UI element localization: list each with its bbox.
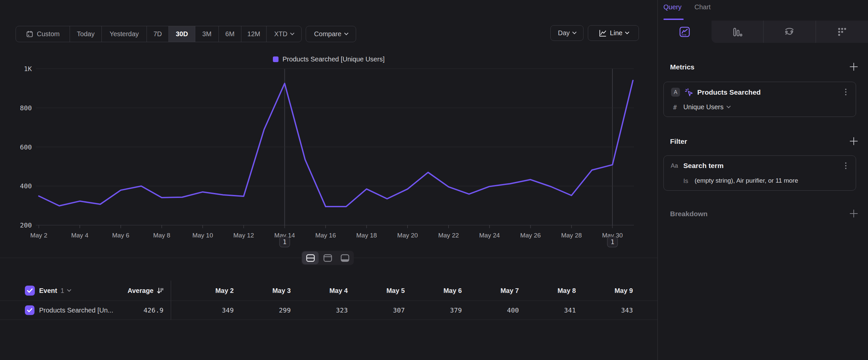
range-today[interactable]: Today [70, 26, 102, 42]
series-line[interactable] [39, 80, 633, 206]
layout-table-only-button[interactable] [337, 251, 353, 265]
range-label: 30D [176, 30, 188, 38]
active-tab-underline [663, 19, 684, 20]
chart-type-insights-tab[interactable] [658, 21, 711, 43]
chart-type-button[interactable]: Line [588, 25, 639, 41]
query-builder-panel: Query Chart [658, 0, 868, 360]
tab-chart[interactable]: Chart [694, 3, 711, 11]
metric-card[interactable]: A Products Searched # Unique Users [663, 82, 856, 117]
add-filter-button[interactable] [849, 137, 858, 147]
tab-query[interactable]: Query [663, 3, 681, 11]
range-custom[interactable]: Custom [16, 26, 70, 42]
metrics-heading: Metrics [670, 63, 694, 71]
chevron-down-icon[interactable] [67, 287, 71, 292]
range-3m[interactable]: 3M [195, 26, 219, 42]
date-column-header[interactable]: May 3 [235, 287, 291, 295]
date-column-header[interactable]: May 9 [577, 287, 633, 295]
granularity-button[interactable]: Day [550, 25, 584, 41]
compare-label: Compare [314, 30, 341, 38]
x-axis-tick-label: May 16 [315, 232, 336, 239]
chart-type-tabs [658, 21, 868, 43]
layout-toggle-group [301, 251, 354, 265]
aggregation-symbol: # [673, 104, 677, 111]
value-cell: 341 [520, 306, 576, 314]
x-axis-tick-label: May 12 [234, 232, 254, 239]
range-30d[interactable]: 30D [169, 26, 195, 42]
annotation-badge[interactable]: 1 [279, 237, 290, 247]
range-6m[interactable]: 6M [219, 26, 241, 42]
event-column-label: Event [39, 287, 57, 295]
range-label: Yesterday [110, 30, 138, 38]
range-yesterday[interactable]: Yesterday [102, 26, 147, 42]
legend-label: Products Searched [Unique Users] [282, 55, 384, 63]
column-separator [171, 281, 171, 320]
metric-options-kebab-icon[interactable] [845, 89, 846, 95]
y-axis-tick-label: 400 [20, 182, 32, 190]
filter-value[interactable]: (empty string), Air purifier, or 11 more [694, 177, 798, 184]
chevron-down-icon [290, 31, 294, 35]
retention-icon [836, 26, 848, 38]
line-chart-icon [598, 29, 607, 37]
chart-legend[interactable]: Products Searched [Unique Users] [0, 55, 657, 63]
table-row[interactable]: Products Searched [Un... 426.9 349299323… [0, 301, 657, 320]
report-main-area: CustomTodayYesterday7D30D3M6M12MXTD Comp… [0, 0, 657, 360]
x-axis-tick-label: May 10 [192, 232, 213, 239]
filter-operator: Is [683, 177, 688, 185]
bar-chart-icon [731, 26, 743, 38]
annotation-badge[interactable]: 1 [608, 237, 618, 247]
date-column-header[interactable]: May 8 [520, 287, 576, 295]
layout-split-button[interactable] [302, 251, 319, 265]
aggregation-selector[interactable]: Unique Users [683, 103, 730, 111]
x-axis-tick-label: May 22 [438, 232, 459, 239]
value-cell: 400 [463, 306, 519, 314]
svg-text:1: 1 [283, 238, 286, 245]
event-select-all-checkbox[interactable] [25, 286, 35, 296]
date-column-header[interactable]: May 4 [291, 287, 348, 295]
x-axis-tick-label: May 2 [30, 232, 48, 239]
range-label: 6M [225, 30, 235, 38]
layout-chart-only-button[interactable] [319, 251, 336, 265]
value-cell: 307 [348, 306, 405, 314]
x-axis-tick-label: May 4 [71, 232, 89, 239]
filter-options-kebab-icon[interactable] [845, 162, 846, 169]
add-breakdown-button[interactable] [849, 209, 858, 219]
event-pointer-icon [684, 88, 693, 97]
x-axis-tick-label: May 8 [153, 232, 170, 239]
date-column-header[interactable]: May 5 [348, 287, 405, 295]
table-header-row: Event 1 Average May 2May 3May 4May 5May … [0, 281, 657, 301]
add-metric-button[interactable] [849, 62, 858, 73]
chevron-down-icon [344, 31, 348, 35]
chevron-down-icon [572, 30, 577, 34]
flows-icon [783, 26, 796, 38]
filter-property-name: Search term [683, 162, 723, 170]
range-label: 3M [202, 30, 212, 38]
date-column-header[interactable]: May 7 [463, 287, 519, 295]
range-12m[interactable]: 12M [241, 26, 267, 42]
filter-heading: Filter [670, 138, 687, 145]
chart-type-bar-tab[interactable] [711, 21, 763, 43]
range-7d[interactable]: 7D [147, 26, 169, 42]
series-checkbox[interactable] [25, 306, 34, 315]
filter-card[interactable]: Aa Search term Is (empty string), Air pu… [663, 156, 856, 191]
event-count: 1 [60, 287, 64, 295]
insights-icon [679, 26, 691, 38]
y-axis-tick-label: 800 [20, 104, 32, 112]
range-xtd[interactable]: XTD [267, 26, 301, 42]
chart-type-flows-tab[interactable] [763, 21, 816, 43]
x-axis-tick-label: May 18 [356, 232, 377, 239]
sort-descending-icon[interactable] [156, 287, 164, 294]
range-label: 12M [247, 30, 260, 38]
date-column-header[interactable]: May 2 [177, 287, 234, 295]
compare-button[interactable]: Compare [306, 26, 356, 42]
y-axis-tick-label: 600 [20, 143, 32, 151]
value-cell: 379 [405, 306, 462, 314]
average-column-label: Average [128, 287, 154, 295]
series-average-value: 426.9 [99, 306, 163, 314]
chart-type-retention-tab[interactable] [816, 21, 868, 43]
property-type-badge: Aa [671, 162, 678, 169]
range-label: Today [77, 30, 94, 38]
calendar-icon [26, 30, 33, 38]
line-chart[interactable]: 2004006008001KMay 2May 4May 6May 8May 10… [0, 65, 657, 257]
x-axis-tick-label: May 6 [112, 232, 129, 239]
date-column-header[interactable]: May 6 [405, 287, 462, 295]
